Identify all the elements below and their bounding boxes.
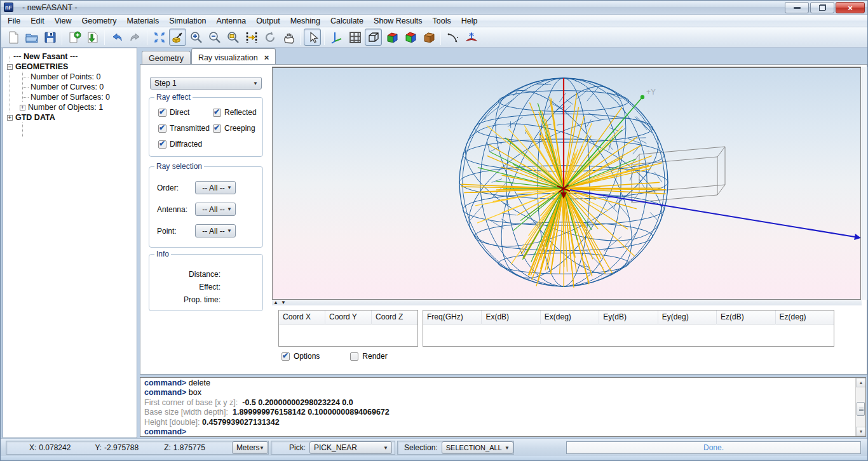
shaded-view-button[interactable] [383, 29, 400, 46]
ey-deg-header[interactable]: Ey(deg) [658, 311, 717, 324]
splitter-up-icon[interactable]: ▲ [273, 300, 278, 305]
ez-deg-header[interactable]: Ez(deg) [776, 311, 834, 324]
scroll-down-icon[interactable]: ▼ [856, 427, 866, 436]
minimize-button[interactable] [785, 2, 809, 13]
ex-deg-header[interactable]: Ex(deg) [541, 311, 599, 324]
checkbox-box[interactable]: ✔ [158, 124, 166, 133]
coord-x-header[interactable]: Coord X [279, 311, 325, 324]
pan-button[interactable] [280, 29, 297, 46]
rotate-view-button[interactable] [261, 29, 278, 46]
viewport-scrollbar[interactable] [862, 67, 867, 300]
expand-icon[interactable]: + [20, 105, 25, 110]
tree-item-geometries[interactable]: − GEOMETRIES [7, 62, 68, 72]
viewport-3d[interactable]: +Y [272, 67, 861, 300]
checkbox-diffracted[interactable]: ✔ Diffracted [158, 140, 213, 149]
menu-file[interactable]: File [3, 15, 25, 27]
textured-view-button[interactable] [420, 29, 437, 46]
coord-y-header[interactable]: Coord Y [325, 311, 372, 324]
redo-button[interactable] [126, 29, 144, 46]
selection-select[interactable]: SELECTION_ALL ▼ [442, 441, 513, 454]
checkbox-box[interactable]: ✔ [213, 109, 221, 117]
ez-db-header[interactable]: Ez(dB) [717, 311, 775, 324]
wireframe-view-button[interactable] [365, 29, 382, 46]
options-checkbox[interactable]: ✔ Options [281, 352, 320, 361]
step-selector[interactable]: Step 1 ▼ [150, 77, 262, 90]
solid-view-button[interactable] [402, 29, 419, 46]
order-select[interactable]: -- All -- ▼ [195, 181, 236, 194]
checkbox-creeping[interactable]: ✔ Creeping [213, 124, 268, 133]
select-tool-button[interactable] [304, 29, 321, 46]
zoom-out-button[interactable] [206, 29, 223, 46]
new-file-button[interactable] [4, 29, 22, 46]
checkbox-box[interactable] [350, 352, 358, 361]
coord-table[interactable]: Coord X Coord Y Coord Z [278, 310, 418, 347]
title-bar[interactable]: nF - newFASANT - × [1, 1, 868, 15]
tree-item-surfaces[interactable]: Number of Surfaces: 0 [23, 92, 110, 102]
shaded-cube-icon [385, 30, 399, 44]
tree-item-objects[interactable]: + Number of Objects: 1 [20, 102, 103, 112]
expand-icon[interactable]: + [7, 115, 13, 121]
tree-item-curves[interactable]: Number of Curves: 0 [23, 82, 104, 92]
ey-db-header[interactable]: Ey(dB) [599, 311, 658, 324]
tab-geometry[interactable]: Geometry [142, 51, 191, 64]
grid-button[interactable] [346, 29, 363, 46]
checkbox-direct[interactable]: ✔ Direct [158, 108, 213, 117]
render-checkbox[interactable]: Render [350, 352, 387, 361]
command-console[interactable]: command> delete command> box First corne… [140, 377, 866, 437]
point-select[interactable]: -- All -- ▼ [195, 224, 236, 237]
solid-cube-icon [403, 30, 417, 44]
pick-ray-tool-button[interactable] [169, 29, 186, 46]
new-geometry-button[interactable] [65, 29, 83, 46]
ex-db-header[interactable]: Ex(dB) [482, 311, 540, 324]
menu-tools[interactable]: Tools [427, 15, 456, 27]
checkbox-transmitted[interactable]: ✔ Transmitted [158, 124, 213, 133]
tree-item-points[interactable]: Number of Points: 0 [23, 72, 100, 82]
tab-close-icon[interactable]: × [264, 55, 269, 61]
open-button[interactable] [23, 29, 40, 46]
console-prompt-line[interactable]: command> [144, 427, 862, 437]
checkbox-box[interactable]: ✔ [281, 352, 290, 361]
field-table[interactable]: Freq(GHz) Ex(dB) Ex(deg) Ey(dB) Ey(deg) … [423, 310, 834, 347]
units-select[interactable]: Meters ▼ [232, 441, 268, 454]
menu-view[interactable]: View [50, 15, 77, 27]
fit-view-button[interactable] [151, 29, 168, 46]
checkbox-reflected[interactable]: ✔ Reflected [213, 108, 268, 117]
menu-calculate[interactable]: Calculate [325, 15, 369, 27]
menu-materials[interactable]: Materials [121, 15, 164, 27]
restore-button[interactable] [810, 2, 834, 13]
pick-select[interactable]: PICK_NEAR ▼ [309, 441, 392, 454]
axes-button[interactable] [328, 29, 345, 46]
normals-button[interactable] [463, 29, 480, 46]
checkbox-box[interactable]: ✔ [158, 140, 166, 149]
curvature-button[interactable] [444, 29, 461, 46]
coord-z-header[interactable]: Coord Z [372, 311, 417, 324]
menu-meshing[interactable]: Meshing [285, 15, 325, 27]
menu-simulation[interactable]: Simulation [164, 15, 211, 27]
antenna-select[interactable]: -- All -- ▼ [195, 203, 236, 216]
undo-button[interactable] [108, 29, 125, 46]
close-button[interactable]: × [836, 2, 865, 13]
tab-ray-visualization[interactable]: Ray visualization × [191, 48, 276, 64]
menu-geometry[interactable]: Geometry [77, 15, 122, 27]
splitter-down-icon[interactable]: ▼ [281, 300, 286, 305]
freq-header[interactable]: Freq(GHz) [423, 311, 482, 324]
scroll-up-icon[interactable]: ▲ [856, 378, 866, 387]
collapse-icon[interactable]: − [7, 64, 13, 70]
scrollbar-thumb[interactable] [857, 402, 865, 416]
checkbox-box[interactable]: ✔ [158, 109, 166, 117]
zoom-window-button[interactable] [224, 29, 241, 46]
tree-root[interactable]: --- New Fasant --- [13, 51, 78, 62]
save-button[interactable] [41, 29, 58, 46]
ray-trace-button[interactable] [243, 29, 260, 46]
menu-edit[interactable]: Edit [25, 15, 50, 27]
tree-item-gtd-data[interactable]: + GTD DATA [7, 112, 55, 123]
menu-show-results[interactable]: Show Results [369, 15, 427, 27]
menu-output[interactable]: Output [251, 15, 285, 27]
import-button[interactable] [84, 29, 101, 46]
console-scrollbar[interactable]: ▲ ▼ [855, 378, 865, 436]
zoom-in-button[interactable] [187, 29, 205, 46]
checkbox-box[interactable]: ✔ [213, 124, 221, 133]
viewport-splitter[interactable]: ▲ ▼ [272, 300, 862, 305]
menu-help[interactable]: Help [456, 15, 483, 27]
menu-antenna[interactable]: Antenna [212, 15, 252, 27]
